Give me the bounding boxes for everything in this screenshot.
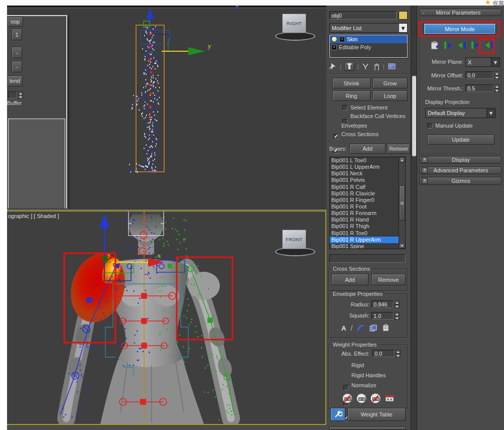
- mirror-parameters-rollout[interactable]: - Mirror Parameters: [419, 9, 501, 16]
- loop-button[interactable]: Loop: [372, 90, 408, 101]
- bone-list-item[interactable]: Bip001 Spine: [330, 243, 399, 249]
- copy-envelope-icon[interactable]: [369, 325, 377, 332]
- paste-envelope-icon[interactable]: [382, 324, 390, 332]
- one-button[interactable]: 1: [12, 29, 22, 40]
- weight-tool-list[interactable]: [8, 119, 65, 209]
- bones-add-button[interactable]: Add: [349, 144, 386, 154]
- minus-button-1[interactable]: -: [12, 47, 22, 58]
- axis-gizmo[interactable]: [144, 8, 205, 55]
- bone-list-item[interactable]: Bip001 R Calf: [330, 184, 399, 190]
- pin-stack-icon[interactable]: [328, 62, 337, 70]
- mirror-offset-spinner[interactable]: [494, 71, 499, 79]
- minus-button-2[interactable]: -: [12, 61, 22, 72]
- radius-field[interactable]: 0.846: [371, 300, 394, 308]
- object-name-field[interactable]: obj0: [329, 11, 397, 20]
- stack-item-skin[interactable]: + Skin: [330, 35, 407, 43]
- squash-spinner[interactable]: [394, 312, 400, 319]
- scroll-thumb[interactable]: ≡: [399, 185, 405, 221]
- expand-icon[interactable]: +: [422, 178, 428, 184]
- bones-remove-button[interactable]: Remove: [387, 144, 410, 154]
- bone-list-item[interactable]: Bip001 L Toe0: [330, 157, 399, 164]
- mirror-paste-icon[interactable]: [430, 41, 440, 50]
- bone-list-item[interactable]: Bip001 Pelvis: [330, 177, 399, 183]
- mirror-mode-button[interactable]: Mirror Mode: [424, 23, 496, 35]
- weight-table-button[interactable]: Weight Table: [347, 408, 406, 421]
- remove-modifier-icon[interactable]: [373, 63, 380, 70]
- mirror-plane-dropdown[interactable]: X ▼: [465, 57, 500, 67]
- weight-tool-dialog[interactable]: oop 1 - - lend Buffer: [7, 15, 67, 209]
- blend-button-partial[interactable]: lend: [7, 75, 23, 86]
- expand-icon[interactable]: +: [422, 167, 428, 173]
- object-color-swatch[interactable]: [399, 11, 408, 20]
- bone-list-item[interactable]: Bip001 R Forearm: [330, 210, 399, 217]
- make-unique-icon[interactable]: [362, 63, 370, 70]
- bone-list-item[interactable]: Bip001 R Toe0: [330, 230, 399, 237]
- bulb-icon[interactable]: [331, 36, 337, 42]
- select-excluded-icon[interactable]: [370, 393, 381, 403]
- expand-icon[interactable]: +: [422, 157, 428, 163]
- wrench-icon[interactable]: [330, 408, 345, 421]
- envelopes-checkbox[interactable]: [333, 134, 339, 140]
- bake-weights-icon[interactable]: [385, 393, 395, 403]
- display-projection-dropdown[interactable]: Default Display ▼: [425, 108, 495, 118]
- configure-modifier-sets-icon[interactable]: [388, 62, 397, 70]
- buffer-spinner[interactable]: [18, 91, 23, 98]
- bones-label: Bones:: [329, 146, 346, 152]
- viewport-front[interactable]: x y ographic ] [ Shaded ] FRONT: [7, 210, 326, 425]
- partial-button[interactable]: [329, 426, 406, 430]
- rollout-display[interactable]: + Display: [419, 156, 501, 164]
- bone-list-item[interactable]: Bip001 R Foot: [330, 203, 399, 210]
- viewcube-front[interactable]: FRONT: [282, 230, 306, 249]
- paste-blue-to-green-bones-icon[interactable]: [457, 41, 467, 50]
- mirror-thresh-spinner[interactable]: [494, 84, 499, 92]
- browser-strip: [0, 0, 504, 6]
- rollout-gizmos[interactable]: + Gizmos: [419, 177, 501, 185]
- bone-list-item[interactable]: Bip001 R Hand: [330, 217, 399, 223]
- absolute-effect-icon[interactable]: A: [341, 325, 346, 332]
- abs-effect-field[interactable]: 0.0: [372, 350, 395, 357]
- envelope-curve-icon[interactable]: [357, 324, 365, 332]
- include-selected-icon[interactable]: [356, 393, 366, 403]
- bone-list-item[interactable]: Bip001 Neck: [330, 170, 399, 177]
- modifier-list-dropdown[interactable]: Modifier List ▼: [329, 23, 408, 33]
- falloff-icon[interactable]: /: [350, 324, 352, 332]
- cross-section-add-button[interactable]: Add: [331, 274, 368, 285]
- bone-filter-field[interactable]: [329, 254, 406, 263]
- shrink-button[interactable]: Shrink: [332, 78, 370, 88]
- mirror-offset-field[interactable]: 0.0: [465, 71, 493, 79]
- radius-spinner[interactable]: [394, 300, 400, 308]
- viewport-label[interactable]: ographic ] [ Shaded ]: [8, 213, 59, 219]
- update-button[interactable]: Update: [427, 135, 494, 145]
- manual-update-checkbox[interactable]: [427, 123, 433, 129]
- ring-button[interactable]: Ring: [332, 90, 370, 101]
- scroll-down-icon[interactable]: ▼: [399, 243, 405, 249]
- expand-icon[interactable]: +: [331, 45, 337, 50]
- grow-button[interactable]: Grow: [372, 78, 408, 88]
- panel-scroll-thumb[interactable]: [412, 76, 416, 156]
- bones-list[interactable]: Bip001 L Toe0Bip001 L UpperArmBip001 Nec…: [329, 157, 406, 249]
- bone-list-item[interactable]: Bip001 R Thigh: [330, 223, 399, 230]
- bone-list-item[interactable]: Bip001 R UpperArm: [330, 237, 399, 243]
- modifier-stack[interactable]: + Skin + Editable Poly: [329, 35, 408, 58]
- mirror-thresh-field[interactable]: 0.5: [465, 84, 493, 92]
- loop-button-partial[interactable]: oop: [7, 17, 23, 27]
- bone-list-item[interactable]: Bip001 L UpperArm: [330, 164, 399, 170]
- abs-effect-spinner[interactable]: [395, 350, 401, 357]
- bone-list-item[interactable]: Bip001 R Clavicle: [330, 190, 399, 197]
- bones-list-scrollbar[interactable]: ▲ ≡ ▼: [399, 157, 405, 249]
- bone-list-item[interactable]: Bip001 R Finger0: [330, 197, 399, 203]
- viewport-right[interactable]: y RIGHT oop 1 - - lend Buffer: [7, 8, 326, 209]
- squash-field[interactable]: 1.0: [371, 312, 394, 319]
- rigid-checkbox[interactable]: [343, 385, 349, 390]
- rollout-advanced-parameters[interactable]: + Advanced Parameters: [419, 166, 501, 174]
- scroll-up-icon[interactable]: ▲: [399, 157, 405, 163]
- select-element-checkbox[interactable]: [342, 105, 348, 111]
- exclude-selected-icon[interactable]: [342, 393, 352, 403]
- buffer-spinner-field[interactable]: [8, 91, 17, 98]
- viewcube[interactable]: RIGHT: [282, 14, 306, 33]
- paste-green-to-blue-bones-icon[interactable]: [444, 41, 453, 50]
- stack-item-editable-poly[interactable]: + Editable Poly: [330, 43, 407, 51]
- show-end-result-icon[interactable]: [344, 62, 354, 71]
- expand-icon[interactable]: +: [339, 37, 345, 42]
- cross-section-remove-button[interactable]: Remove: [371, 274, 406, 285]
